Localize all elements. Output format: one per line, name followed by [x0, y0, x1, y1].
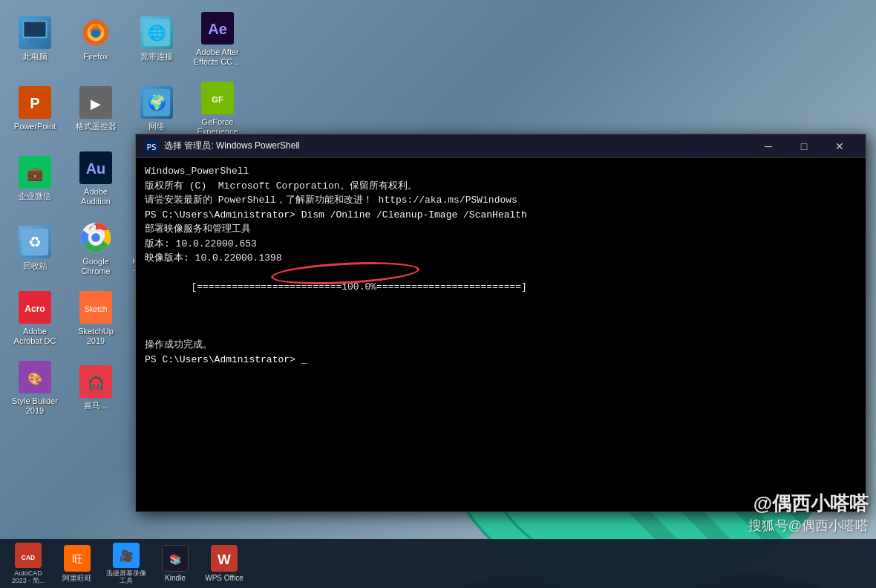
svg-text:W: W: [218, 552, 231, 567]
icon-label-ppt: PowerPoint: [14, 122, 56, 131]
broadband-icon-img: 🌐: [140, 16, 173, 49]
watermark-line1: @偶西小嗒嗒: [748, 491, 869, 517]
svg-text:Au: Au: [86, 160, 106, 177]
taskbar-label-wps: WPS Office: [205, 574, 243, 582]
svg-text:Ae: Ae: [208, 21, 227, 37]
recycle-icon-img: ♻: [19, 226, 51, 258]
icon-player[interactable]: ▶ 格式遥控器: [67, 76, 125, 143]
icon-geforce[interactable]: GF GeForce Experience: [189, 76, 246, 143]
ps-line-2: 版权所有 (C) Microsoft Corporation。保留所有权利。: [145, 179, 857, 194]
svg-point-32: [91, 233, 100, 242]
chrome-icon-img: [79, 221, 112, 254]
ps-line-prompt: PS C:\Users\Administrator> _: [145, 353, 857, 368]
icon-label-network: 网络: [148, 122, 165, 131]
icon-stylebuilder[interactable]: 🎨 Style Builder 2019: [6, 355, 64, 422]
ps-close-button[interactable]: ✕: [823, 135, 857, 157]
taskbar-screen-img: 🎥: [113, 543, 140, 568]
svg-text:GF: GF: [212, 95, 223, 104]
icon-label-xi: 喜马...: [84, 401, 107, 411]
network-icon-img: 🌍: [140, 86, 173, 119]
icon-ppt[interactable]: P PowerPoint: [6, 76, 64, 143]
svg-text:♻: ♻: [28, 235, 42, 251]
icon-acrobat[interactable]: Acro Adobe Acrobat DC: [6, 285, 64, 352]
ps-line-8: 版本: 10.0.22000.653: [145, 237, 857, 252]
icon-label-au: Adobe Audition: [70, 187, 122, 206]
svg-text:旺: 旺: [72, 552, 83, 565]
taskbar-icon-screen[interactable]: 🎥 迅捷屏幕录像工具: [104, 542, 148, 585]
ps-line-7: 部署映像服务和管理工具: [145, 222, 857, 237]
svg-text:🌍: 🌍: [148, 94, 166, 112]
svg-text:▶: ▶: [91, 97, 101, 111]
icon-label-acrobat: Adobe Acrobat DC: [9, 327, 61, 346]
taskbar-icon-wps[interactable]: W WPS Office: [202, 542, 246, 585]
icon-label-firefox: Firefox: [83, 52, 108, 62]
watermark-line2: 搜狐号@偶西小嗒嗒: [748, 517, 869, 535]
icon-label-chrome: Google Chrome: [70, 257, 122, 276]
taskbar-icon-kindle[interactable]: 📚 Kindle: [153, 542, 197, 585]
icon-broadband[interactable]: 🌐 宽带连接: [128, 6, 186, 73]
icon-label-player: 格式遥控器: [76, 122, 117, 131]
pc-icon-img: [19, 16, 51, 49]
taskbar-alibaba-img: 旺: [64, 545, 91, 572]
icon-firefox[interactable]: Firefox: [67, 6, 125, 73]
svg-text:🌐: 🌐: [148, 24, 166, 42]
ps-title-text: 选择 管理员: Windows PowerShell: [164, 140, 751, 152]
icon-label-broadband: 宽带连接: [140, 52, 173, 62]
svg-rect-1: [30, 39, 41, 42]
icon-au[interactable]: Au Adobe Audition: [67, 146, 125, 212]
taskbar-label-screen: 迅捷屏幕录像工具: [106, 570, 146, 585]
taskbar-icon-alibaba[interactable]: 旺 阿里旺旺: [55, 542, 99, 585]
ps-content: Windows_PowerShell 版权所有 (C) Microsoft Co…: [136, 158, 866, 512]
ps-line-success: 操作成功完成。: [145, 338, 857, 353]
ppt-icon-img: P: [19, 86, 51, 119]
svg-text:🎧: 🎧: [88, 375, 105, 391]
stylebuilder-icon-img: 🎨: [19, 361, 51, 393]
icon-pc[interactable]: 此电脑: [6, 6, 64, 73]
taskbar-kindle-img: 📚: [162, 545, 189, 572]
ps-line-1: Windows_PowerShell: [145, 164, 857, 179]
ps-line-10: 映像版本: 10.0.22000.1398: [145, 251, 857, 266]
ps-titlebar[interactable]: PS 选择 管理员: Windows PowerShell ─ □ ✕: [136, 134, 866, 158]
icon-ae[interactable]: Ae Adobe After Effects CC ...: [189, 6, 246, 73]
icon-label-sketchup: SketchUp 2019: [70, 327, 122, 346]
ps-maximize-button[interactable]: □: [787, 135, 821, 157]
icon-label-enterprise: 企业微信: [19, 192, 51, 201]
icon-label-ae: Adobe After Effects CC ...: [192, 48, 243, 67]
svg-rect-3: [24, 22, 45, 37]
icon-recycle[interactable]: ♻ 回收站: [6, 215, 64, 282]
watermark: @偶西小嗒嗒 搜狐号@偶西小嗒嗒: [748, 491, 869, 535]
ps-window-controls: ─ □ ✕: [751, 135, 857, 157]
taskbar-label-alibaba: 阿里旺旺: [62, 574, 92, 582]
icon-network[interactable]: 🌍 网络: [128, 76, 186, 143]
icon-xi[interactable]: 🎧 喜马...: [67, 355, 125, 422]
ps-line-progress: [=========================100.0%========…: [145, 266, 857, 339]
icon-label-pc: 此电脑: [23, 52, 48, 62]
firefox-icon-img: [79, 16, 112, 49]
xi-icon-img: 🎧: [79, 365, 112, 398]
ae-icon-img: Ae: [201, 12, 234, 45]
icon-enterprise[interactable]: 💼 企业微信: [6, 146, 64, 212]
svg-text:Sketch: Sketch: [85, 305, 108, 313]
ps-line-4: 请尝安装最新的 PowerShell，了解新功能和改进！ https://aka…: [145, 193, 857, 208]
svg-text:💼: 💼: [27, 166, 44, 182]
powershell-window: PS 选择 管理员: Windows PowerShell ─ □ ✕ Wind…: [135, 134, 866, 512]
enterprise-icon-img: 💼: [19, 156, 51, 189]
ps-minimize-button[interactable]: ─: [751, 135, 785, 157]
taskbar-autocad-img: CAD: [15, 543, 42, 568]
icon-chrome[interactable]: Google Chrome: [67, 215, 125, 282]
icon-label-stylebuilder: Style Builder 2019: [9, 396, 61, 416]
taskbar-label-autocad: AutoCAD2023 - 简...: [12, 570, 45, 585]
taskbar-wps-img: W: [211, 545, 238, 572]
svg-text:🎥: 🎥: [120, 548, 134, 562]
player-icon-img: ▶: [79, 86, 112, 119]
svg-text:📚: 📚: [169, 553, 182, 566]
desktop: 此电脑 Firefox 🌐 宽带连接 Ae Adobe After Effect…: [0, 0, 876, 588]
geforce-icon-img: GF: [201, 82, 234, 114]
taskbar-label-kindle: Kindle: [165, 574, 186, 582]
icon-sketchup[interactable]: Sketch SketchUp 2019: [67, 285, 125, 352]
au-icon-img: Au: [79, 151, 112, 184]
svg-text:🎨: 🎨: [27, 372, 42, 386]
ps-title-icon: PS: [145, 140, 158, 153]
taskbar-icon-autocad[interactable]: CAD AutoCAD2023 - 简...: [6, 542, 50, 585]
svg-text:Acro: Acro: [24, 304, 45, 314]
